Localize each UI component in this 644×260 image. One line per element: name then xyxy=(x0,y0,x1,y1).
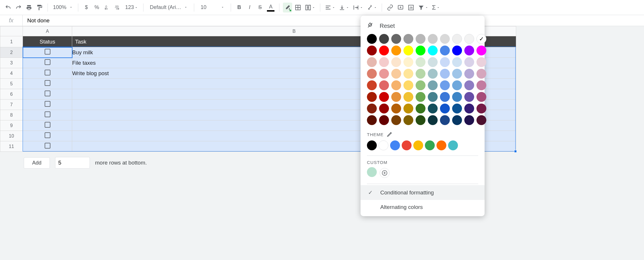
color-swatch[interactable] xyxy=(403,115,413,125)
row-header[interactable]: 8 xyxy=(0,110,23,120)
color-swatch[interactable] xyxy=(379,69,389,79)
more-formats-dropdown[interactable]: 123 xyxy=(123,3,140,12)
color-swatch[interactable] xyxy=(464,92,474,102)
merge-cells-dropdown[interactable] xyxy=(304,3,316,12)
text-wrap-dropdown[interactable] xyxy=(352,3,364,12)
header-status-cell[interactable]: Status xyxy=(23,36,72,47)
color-swatch[interactable] xyxy=(464,80,474,90)
undo-button[interactable] xyxy=(3,3,13,12)
checkbox-cell[interactable] xyxy=(23,89,72,100)
color-swatch[interactable] xyxy=(452,115,462,125)
currency-button[interactable]: $ xyxy=(82,3,91,12)
row-header[interactable]: 5 xyxy=(0,79,23,89)
color-swatch[interactable] xyxy=(440,104,450,113)
color-swatch[interactable] xyxy=(403,69,413,79)
zoom-dropdown[interactable]: 100% xyxy=(51,4,74,10)
color-swatch[interactable] xyxy=(476,104,486,113)
color-swatch[interactable] xyxy=(452,69,462,79)
color-swatch[interactable] xyxy=(428,46,438,55)
row-header[interactable]: 2 xyxy=(0,47,23,58)
theme-color-swatch[interactable] xyxy=(390,140,400,150)
checkbox-cell[interactable] xyxy=(23,131,72,141)
color-swatch[interactable] xyxy=(379,57,389,67)
color-swatch[interactable] xyxy=(428,115,438,125)
color-swatch[interactable] xyxy=(464,34,474,44)
color-swatch[interactable] xyxy=(476,57,486,67)
percent-button[interactable]: % xyxy=(92,3,101,12)
color-swatch[interactable] xyxy=(416,92,425,102)
increase-decimal-button[interactable]: .00 xyxy=(113,3,122,12)
color-swatch[interactable] xyxy=(452,46,462,55)
color-swatch[interactable] xyxy=(440,69,450,79)
color-swatch[interactable] xyxy=(391,34,401,44)
color-swatch[interactable] xyxy=(440,46,450,55)
color-swatch[interactable] xyxy=(391,69,401,79)
custom-color-swatch[interactable] xyxy=(367,167,377,169)
checkbox-cell[interactable] xyxy=(23,68,72,79)
column-header-a[interactable]: A xyxy=(23,26,72,36)
borders-button[interactable] xyxy=(293,3,303,12)
color-swatch[interactable] xyxy=(476,115,486,125)
color-swatch[interactable] xyxy=(452,104,462,113)
add-custom-color-button[interactable] xyxy=(380,168,390,169)
theme-color-swatch[interactable] xyxy=(448,140,458,150)
row-header[interactable]: 3 xyxy=(0,58,23,68)
color-swatch[interactable] xyxy=(428,80,438,90)
redo-button[interactable] xyxy=(14,3,23,12)
filter-dropdown[interactable] xyxy=(417,3,430,12)
color-swatch[interactable] xyxy=(367,46,377,55)
checkbox-cell[interactable] xyxy=(23,110,72,120)
color-swatch[interactable] xyxy=(464,69,474,79)
color-swatch[interactable] xyxy=(391,115,401,125)
row-header[interactable]: 9 xyxy=(0,120,23,131)
theme-color-swatch[interactable] xyxy=(379,140,388,150)
color-swatch[interactable] xyxy=(428,34,438,44)
color-swatch[interactable] xyxy=(367,115,377,125)
color-swatch[interactable] xyxy=(476,34,486,44)
row-header[interactable]: 7 xyxy=(0,100,23,110)
color-swatch[interactable] xyxy=(403,46,413,55)
color-swatch[interactable] xyxy=(476,80,486,90)
row-header[interactable]: 1 xyxy=(0,36,23,47)
functions-dropdown[interactable]: Σ xyxy=(431,3,441,12)
color-swatch[interactable] xyxy=(379,46,389,55)
color-swatch[interactable] xyxy=(476,69,486,79)
paint-format-button[interactable] xyxy=(35,3,44,12)
theme-color-swatch[interactable] xyxy=(367,140,377,150)
color-swatch[interactable] xyxy=(440,80,450,90)
color-swatch[interactable] xyxy=(403,80,413,90)
color-swatch[interactable] xyxy=(391,46,401,55)
color-swatch[interactable] xyxy=(452,92,462,102)
row-header[interactable]: 4 xyxy=(0,68,23,79)
reset-color-row[interactable]: Reset xyxy=(361,20,485,32)
color-swatch[interactable] xyxy=(367,92,377,102)
checkbox-cell[interactable] xyxy=(23,58,72,68)
color-swatch[interactable] xyxy=(403,34,413,44)
text-color-button[interactable]: A xyxy=(266,3,276,12)
color-swatch[interactable] xyxy=(391,104,401,113)
color-swatch[interactable] xyxy=(391,80,401,90)
insert-comment-button[interactable] xyxy=(396,3,405,12)
pencil-icon[interactable] xyxy=(387,131,393,138)
color-swatch[interactable] xyxy=(476,92,486,102)
print-button[interactable] xyxy=(24,3,34,12)
color-swatch[interactable] xyxy=(464,115,474,125)
color-swatch[interactable] xyxy=(403,92,413,102)
row-header[interactable]: 11 xyxy=(0,141,23,152)
theme-color-swatch[interactable] xyxy=(413,140,423,150)
checkbox-cell[interactable] xyxy=(23,47,72,58)
font-dropdown[interactable]: Default (Ari… xyxy=(147,4,190,10)
fill-color-button[interactable] xyxy=(283,3,292,12)
theme-color-swatch[interactable] xyxy=(402,140,412,150)
color-swatch[interactable] xyxy=(379,115,389,125)
color-swatch[interactable] xyxy=(464,46,474,55)
row-header[interactable]: 10 xyxy=(0,131,23,141)
theme-color-swatch[interactable] xyxy=(425,140,435,150)
add-rows-count-input[interactable] xyxy=(55,157,90,169)
strikethrough-button[interactable]: S xyxy=(255,3,265,12)
color-swatch[interactable] xyxy=(464,104,474,113)
color-swatch[interactable] xyxy=(367,57,377,67)
color-swatch[interactable] xyxy=(391,57,401,67)
checkbox-cell[interactable] xyxy=(23,79,72,89)
color-swatch[interactable] xyxy=(440,34,450,44)
